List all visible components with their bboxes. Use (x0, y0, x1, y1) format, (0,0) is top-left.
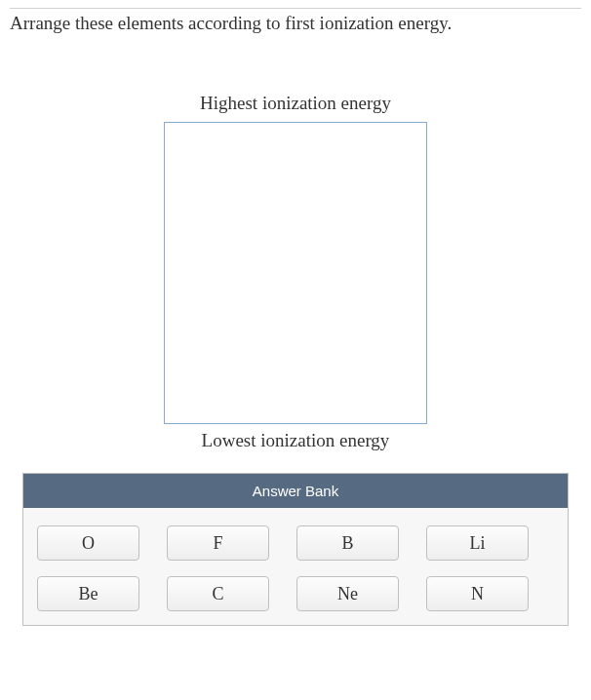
answer-bank-header: Answer Bank (23, 474, 568, 508)
element-tile[interactable]: F (167, 525, 269, 561)
answer-bank-body: O F B Li Be C Ne N (23, 508, 568, 625)
label-lowest: Lowest ionization energy (202, 430, 390, 451)
answer-bank: Answer Bank O F B Li Be C Ne N (22, 473, 569, 626)
element-tile[interactable]: O (37, 525, 139, 561)
element-tile[interactable]: Li (426, 525, 529, 561)
element-tile[interactable]: C (167, 576, 269, 611)
ranking-area: Highest ionization energy Lowest ionizat… (10, 93, 581, 473)
drop-zone[interactable] (164, 122, 427, 424)
label-highest: Highest ionization energy (200, 93, 391, 114)
question-text: Arrange these elements according to firs… (10, 8, 581, 34)
element-tile[interactable]: N (426, 576, 529, 611)
element-tile[interactable]: B (296, 525, 399, 561)
element-tile[interactable]: Be (37, 576, 139, 611)
element-tile[interactable]: Ne (296, 576, 399, 611)
